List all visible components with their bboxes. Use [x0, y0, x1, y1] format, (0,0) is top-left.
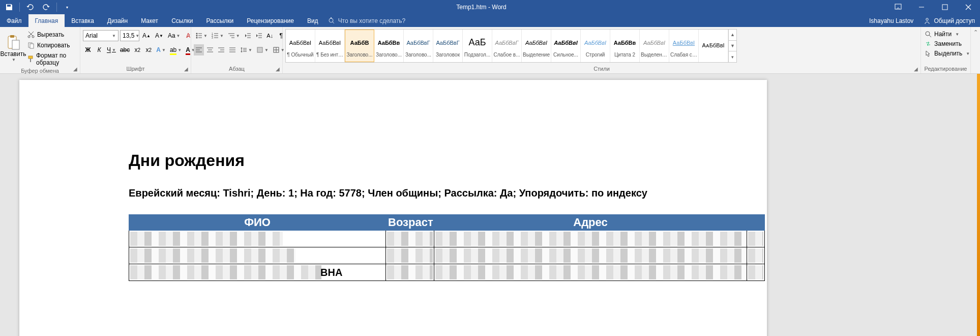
style-preview: АаБбВвI	[287, 35, 314, 51]
align-left-button[interactable]	[194, 44, 204, 55]
share-button[interactable]: Общий доступ	[918, 14, 980, 27]
format-painter-button[interactable]: Формат по образцу	[26, 51, 77, 67]
style-preview: АаБбВвI	[523, 35, 550, 51]
cut-button[interactable]: Вырезать	[26, 30, 77, 39]
font-launcher[interactable]: ◢	[183, 65, 190, 72]
font-size-select[interactable]: 13,5▼	[120, 30, 139, 41]
group-label-editing: Редактирование	[924, 65, 968, 73]
clipboard-launcher[interactable]: ◢	[72, 65, 79, 72]
align-right-button[interactable]	[216, 44, 226, 55]
bullets-button[interactable]: ▼	[194, 30, 209, 41]
increase-indent-button[interactable]	[254, 30, 264, 41]
document-area[interactable]: Дни рождения Еврейский месяц: Tishri; Де…	[0, 74, 980, 336]
paste-button[interactable]: Вставить ▼	[3, 29, 24, 67]
redo-button[interactable]	[40, 1, 52, 13]
tab-view[interactable]: Вид	[301, 14, 325, 27]
style-item[interactable]: АаБбВвI¶ Без инте...	[315, 30, 345, 62]
shrink-font-button[interactable]: A▼	[154, 30, 165, 41]
style-label: Строгий	[582, 51, 609, 58]
superscript-button[interactable]: x2	[143, 44, 154, 55]
justify-button[interactable]	[227, 44, 237, 55]
tab-references[interactable]: Ссылки	[165, 14, 199, 27]
highlight-button[interactable]: ab▼	[168, 44, 183, 55]
change-case-button[interactable]: Aa▼	[166, 30, 182, 41]
style-item[interactable]: АаБбВвЦитата 2	[610, 30, 640, 62]
style-label: Подзагол...	[464, 51, 491, 58]
style-item[interactable]: АаБбВвЗаголово...	[374, 30, 404, 62]
style-item[interactable]: АаБбВЗаголово...	[345, 30, 374, 62]
maximize-button[interactable]	[933, 0, 957, 14]
tab-design[interactable]: Дизайн	[101, 14, 134, 27]
font-family-select[interactable]: Arial▼	[83, 30, 118, 41]
style-item[interactable]: АаБбВвГЗаголовок	[433, 30, 463, 62]
table-row	[129, 247, 765, 264]
find-button[interactable]: Найти▼	[924, 30, 971, 38]
styles-launcher[interactable]: ◢	[912, 65, 919, 72]
window-title: Temp1.htm - Word	[76, 4, 886, 11]
select-label: Выделить	[934, 50, 962, 57]
save-button[interactable]	[3, 1, 15, 13]
tab-mailings[interactable]: Рассылки	[199, 14, 240, 27]
ribbon-options-button[interactable]	[886, 0, 910, 14]
italic-button[interactable]: К	[94, 44, 104, 55]
tab-layout[interactable]: Макет	[134, 14, 165, 27]
style-item[interactable]: АаБбВвIСтрогий	[581, 30, 610, 62]
gallery-down[interactable]: ▼	[729, 40, 736, 51]
svg-text:3: 3	[212, 36, 213, 39]
gallery-up[interactable]: ▲	[729, 30, 736, 40]
style-item[interactable]: АаБбВвIВыделенн...	[640, 30, 669, 62]
style-preview: АаБбВвI	[670, 35, 697, 51]
style-preview: АаБбВвГ	[405, 35, 432, 51]
style-item[interactable]: АаБбВвIВыделение	[522, 30, 551, 62]
svg-rect-8	[12, 40, 19, 49]
close-button[interactable]	[957, 0, 980, 14]
style-gallery: АаБбВвI¶ ОбычныйАаБбВвI¶ Без инте...АаБб…	[285, 29, 737, 63]
style-item[interactable]: АаБбВвГСлабое в...	[492, 30, 522, 62]
copy-button[interactable]: Копировать	[26, 41, 77, 50]
underline-button[interactable]: Ч▼	[105, 44, 117, 55]
user-name[interactable]: Ishayahu Lastov	[864, 14, 918, 27]
strikethrough-button[interactable]: abc	[118, 44, 131, 55]
style-label: Заголово...	[375, 51, 402, 58]
style-item[interactable]: АаБПодзагол...	[463, 30, 492, 62]
style-label: Слабая сс...	[670, 51, 697, 58]
style-item[interactable]: АаБбВвIСлабая сс...	[669, 30, 699, 62]
table-header-row: ФИО Возраст Адрес	[129, 215, 765, 231]
svg-point-56	[926, 32, 930, 36]
style-item[interactable]: АᴀБбВвI	[699, 30, 728, 62]
undo-button[interactable]	[24, 1, 36, 13]
decrease-indent-button[interactable]	[243, 30, 253, 41]
align-center-button[interactable]	[205, 44, 215, 55]
gallery-more[interactable]: ▾	[729, 51, 736, 62]
style-label: ¶ Без инте...	[316, 51, 343, 58]
paragraph-launcher[interactable]: ◢	[274, 65, 281, 72]
style-item[interactable]: АаБбВвI¶ Обычный	[286, 30, 315, 62]
partial-text: ВНА	[320, 267, 342, 278]
subscript-button[interactable]: x2	[132, 44, 142, 55]
collapse-ribbon-button[interactable]: ⌃	[971, 27, 980, 73]
tab-home[interactable]: Главная	[28, 14, 65, 27]
qat-customize-button[interactable]: ▾	[61, 1, 73, 13]
numbering-button[interactable]: 123▼	[210, 30, 225, 41]
tab-review[interactable]: Рецензирование	[240, 14, 301, 27]
minimize-button[interactable]	[910, 0, 933, 14]
svg-rect-2	[942, 5, 947, 10]
group-clipboard: Вставить ▼ Вырезать Копировать Формат по…	[0, 27, 80, 73]
sort-button[interactable]: A↓	[265, 30, 275, 41]
line-spacing-button[interactable]: ▼	[239, 44, 254, 55]
style-preview: АᴀБбВвI	[700, 37, 727, 53]
shading-button[interactable]: ▼	[255, 44, 270, 55]
col-extra	[747, 215, 765, 231]
tab-file[interactable]: Файл	[0, 14, 28, 27]
bold-button[interactable]: Ж	[83, 44, 93, 55]
style-item[interactable]: АаБбВвГЗаголово...	[404, 30, 433, 62]
select-button[interactable]: Выделить▼	[924, 49, 971, 58]
multilevel-button[interactable]: ▼	[226, 30, 242, 41]
tab-insert[interactable]: Вставка	[65, 14, 101, 27]
grow-font-button[interactable]: A▲	[141, 30, 152, 41]
style-label	[700, 53, 727, 54]
style-item[interactable]: АаБбВвIСильное...	[551, 30, 581, 62]
replace-button[interactable]: Заменить	[924, 40, 971, 48]
text-effects-button[interactable]: A▼	[155, 44, 167, 55]
tell-me-search[interactable]: Что вы хотите сделать?	[328, 14, 406, 27]
